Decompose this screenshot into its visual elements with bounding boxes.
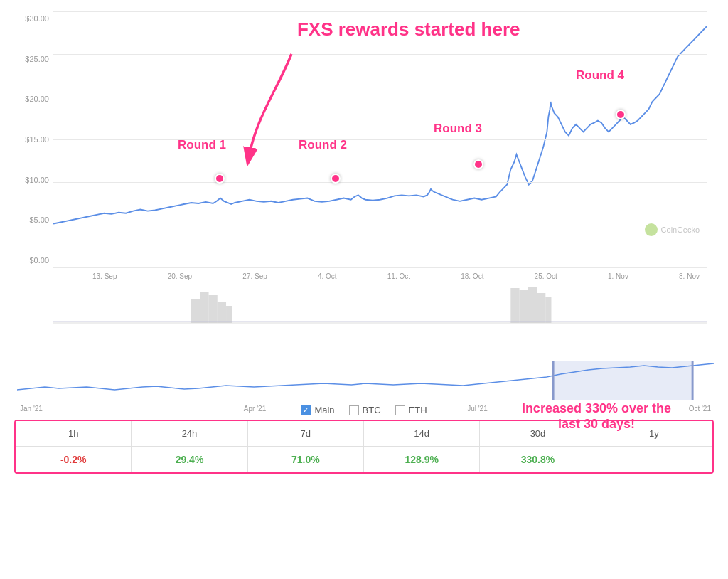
y-label-7: $0.00 [14,256,53,265]
svg-rect-8 [520,290,528,323]
stats-header-24h[interactable]: 24h [132,421,247,447]
svg-rect-11 [545,297,551,323]
y-axis: $30.00 $25.00 $20.00 $15.00 $10.00 $5.00… [14,11,53,267]
svg-rect-4 [209,295,218,323]
grid-line-1 [53,11,707,12]
legend-btc-label: BTC [363,405,381,415]
y-label-4: $15.00 [14,135,53,144]
increased-label: Increased 330% over thelast 30 days! [522,401,671,432]
legend-btc: BTC [349,405,381,415]
stats-header-14d[interactable]: 14d [364,421,480,447]
chart-area: $30.00 $25.00 $20.00 $15.00 $10.00 $5.00… [14,11,714,339]
y-label-5: $10.00 [14,176,53,184]
chart-inner: 13. Sep 20. Sep 27. Sep 4. Oct 11. Oct 1… [53,11,707,267]
x-axis: 13. Sep 20. Sep 27. Sep 4. Oct 11. Oct 1… [92,272,700,280]
grid-line-6 [53,225,707,225]
main-chart: $30.00 $25.00 $20.00 $15.00 $10.00 $5.00… [14,11,714,267]
y-label-2: $25.00 [14,55,53,63]
x-label-5: 11. Oct [387,272,410,280]
annotation-box: FXS rewards started here [297,18,520,41]
legend-main-label: Main [314,405,334,415]
svg-rect-13 [552,361,555,400]
x-label-3: 27. Sep [242,272,267,280]
x-label-4: 4. Oct [318,272,337,280]
mini-chart-svg [17,361,714,400]
main-container: $30.00 $25.00 $20.00 $15.00 $10.00 $5.00… [0,0,728,579]
stats-value-14d: 128.9% [364,447,480,472]
grid-line-7 [53,267,707,268]
svg-rect-9 [528,287,537,323]
grid-line-5 [53,182,707,183]
x-label-2: 20. Sep [168,272,192,280]
stats-value-1y [596,447,712,472]
mini-chart-container: Jan '21 Apr '21 Jul '21 Oct '21 [17,361,714,400]
y-label-3: $20.00 [14,95,53,103]
legend-eth: ETH [395,405,427,415]
x-label-1: 13. Sep [92,272,117,280]
x-label-8: 1. Nov [608,272,628,280]
legend-eth-label: ETH [409,405,427,415]
x-label-7: 25. Oct [535,272,557,280]
x-label-6: 18. Oct [461,272,483,280]
gecko-icon [645,223,658,236]
stats-value-7d: 71.0% [248,447,364,472]
y-label-1: $30.00 [14,14,53,23]
volume-svg [53,285,707,324]
stats-value-30d: 330.8% [480,447,596,472]
annotation-title: FXS rewards started here [297,18,520,40]
stats-value-24h: 29.4% [132,447,247,472]
svg-rect-2 [191,299,200,323]
svg-rect-10 [537,293,545,323]
svg-rect-14 [692,361,694,400]
round4-dot [616,110,626,119]
round4-label: Round 4 [576,68,624,83]
checkbox-eth[interactable] [395,405,405,415]
grid-line-4 [53,139,707,140]
svg-rect-6 [226,306,232,323]
svg-rect-3 [200,292,208,323]
grid-line-3 [53,97,707,97]
svg-rect-5 [218,302,226,323]
round1-dot [215,174,225,184]
round3-dot [473,159,483,169]
y-label-6: $5.00 [14,216,53,224]
stats-header-1h[interactable]: 1h [16,421,132,447]
x-label-9: 8. Nov [679,272,700,280]
svg-rect-7 [510,288,519,323]
volume-chart [53,285,707,324]
checkbox-btc[interactable] [349,405,359,415]
round2-label: Round 2 [299,138,347,152]
legend: Main BTC ETH Increased 330% over thelast… [14,405,714,415]
stats-value-1h: -0.2% [16,447,132,472]
round2-dot [331,174,341,184]
coingecko-watermark: CoinGecko [645,223,700,236]
legend-main: Main [301,405,334,415]
round3-label: Round 3 [434,122,482,136]
coingecko-text: CoinGecko [661,225,700,234]
grid-line-2 [53,54,707,55]
checkbox-main[interactable] [301,405,311,415]
round1-label: Round 1 [178,138,226,152]
stats-header-7d[interactable]: 7d [248,421,364,447]
